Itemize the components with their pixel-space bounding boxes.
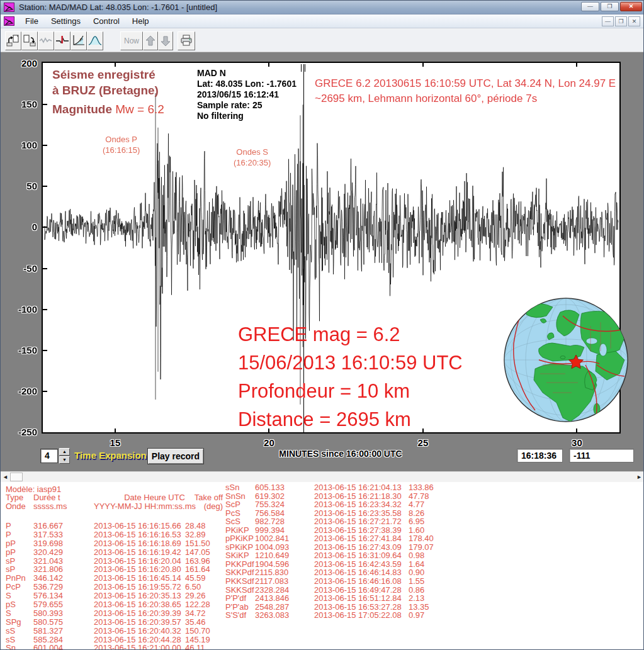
- save-record-icon: [23, 34, 37, 48]
- y-tick-label: -150: [8, 345, 37, 356]
- window-title: Station: MAD/MAD Lat: 48.035 Lon: -1.760…: [19, 3, 217, 12]
- phase-row: pS579.6552013-06-15 16:20:38.65122.28: [6, 600, 227, 609]
- close-button[interactable]: ✕: [620, 2, 642, 11]
- minimize-button[interactable]: —: [581, 2, 599, 11]
- phase-row: P317.5332013-06-15 16:16:16.5332.89: [6, 530, 227, 539]
- print-button[interactable]: [178, 31, 195, 50]
- travel-time-icon: P: [72, 34, 86, 48]
- x-tick-label: 15: [103, 437, 128, 448]
- mdi-close-button[interactable]: ✕: [628, 16, 640, 26]
- phase-row: pP320.4292013-06-15 16:16:19.42147.05: [6, 548, 227, 557]
- phase-row: Sn601.0042013-06-15 16:21:00.0046.11: [6, 644, 227, 650]
- filter-button[interactable]: [87, 31, 103, 50]
- phase-row: sP321.0432013-06-15 16:16:20.04163.96: [6, 557, 227, 566]
- phase-row: pP319.6982013-06-15 16:16:18.69151.50: [6, 539, 227, 548]
- svg-text:P: P: [80, 38, 83, 42]
- phase-row: SnSn619.3022013-06-15 16:21:18.3047.78: [225, 492, 452, 501]
- extract-record-button[interactable]: [5, 31, 21, 50]
- play-record-button[interactable]: Play record: [147, 448, 204, 464]
- pick-phase-icon: [55, 34, 69, 48]
- waveform-button[interactable]: [38, 31, 54, 50]
- cursor-time-field[interactable]: 16:18:36: [517, 449, 563, 462]
- phase-row: sP321.8062013-06-15 16:16:20.80161.64: [6, 565, 227, 574]
- scroll-up-button[interactable]: [143, 31, 158, 50]
- time-expansion-label: Time Expansion: [74, 450, 147, 461]
- scroll-right-arrow-icon[interactable]: ►: [635, 473, 643, 481]
- expansion-up-button[interactable]: ▲: [59, 448, 70, 456]
- phase-row: pPKiKP1002.8412013-06-15 16:27:41.84178.…: [225, 534, 452, 543]
- printer-icon: [179, 34, 193, 48]
- phase-table-pane: Modèle: iasp91 TypeDurée t Date Heure UT…: [1, 482, 644, 650]
- now-button[interactable]: Now: [120, 31, 143, 50]
- phase-row: P316.6672013-06-15 16:16:15.6628.48: [6, 522, 227, 530]
- restore-button[interactable]: ❐: [601, 2, 619, 11]
- filter-bell-icon: [88, 34, 102, 48]
- y-tick-label: -100: [8, 304, 37, 315]
- phase-row: S580.3932013-06-15 16:20:39.3934.72: [6, 609, 227, 618]
- phase-row: PKKSdf2117.0832013-06-15 16:46:16.081.55: [225, 577, 452, 586]
- phase-row: sS581.3272013-06-15 16:20:40.32150.70: [6, 627, 227, 636]
- mdi-restore-button[interactable]: ❐: [615, 16, 627, 26]
- expansion-down-button[interactable]: ▼: [59, 456, 70, 464]
- x-tick-label: 20: [256, 437, 281, 448]
- menu-bar: File Settings Control Help: [1, 14, 644, 28]
- waveform-icon: [39, 34, 53, 48]
- menu-file[interactable]: File: [19, 15, 45, 27]
- scroll-down-button[interactable]: [158, 31, 173, 50]
- scrollbar-thumb[interactable]: [10, 473, 23, 481]
- scroll-left-arrow-icon[interactable]: ◄: [1, 473, 9, 481]
- y-tick-label: -50: [8, 263, 37, 274]
- cursor-amplitude-field[interactable]: -111: [569, 449, 634, 462]
- phase-row: PcP536.7292013-06-15 16:19:55.726.50: [6, 583, 227, 591]
- app-icon: [4, 3, 14, 12]
- x-tick-label: 30: [564, 437, 589, 448]
- x-tick-label: 25: [410, 437, 436, 448]
- phase-row: P'P'ab2548.2872013-06-15 16:53:27.2813.3…: [225, 603, 452, 612]
- event-summary-annotation: GRECE mag = 6.2 15/06/2013 16:10:59 UTC …: [238, 320, 463, 434]
- phase-row: SPg580.5752013-06-15 16:20:39.5735.46: [6, 618, 227, 627]
- pick-phase-button[interactable]: [54, 31, 71, 50]
- phase-row: ScP755.3242013-06-15 16:23:34.324.77: [225, 500, 452, 509]
- travel-time-button[interactable]: P: [71, 31, 87, 50]
- y-tick-label: 100: [8, 140, 37, 150]
- cursor-marker: [301, 64, 305, 72]
- time-expansion-value[interactable]: 4: [40, 449, 58, 463]
- title-bar[interactable]: Station: MAD/MAD Lat: 48.035 Lon: -1.760…: [1, 1, 644, 14]
- y-tick-label: 200: [8, 58, 37, 69]
- save-record-button[interactable]: [21, 31, 38, 50]
- phase-row: S576.1342013-06-15 16:20:35.1329.26: [6, 591, 227, 600]
- p-wave-label: Ondes P(16:16:15): [103, 134, 140, 155]
- phase-row: sPKiKP1004.0932013-06-15 16:27:43.09179.…: [225, 543, 452, 552]
- menu-settings[interactable]: Settings: [45, 15, 87, 27]
- seisme-annotation: Séisme enregistré à BRUZ (Bretagne) Magn…: [52, 67, 164, 117]
- phase-row: sS585.2842013-06-15 16:20:44.28145.19: [6, 636, 227, 644]
- menu-help[interactable]: Help: [126, 15, 155, 27]
- seismogram-plot[interactable]: Séisme enregistré à BRUZ (Bretagne) Magn…: [42, 62, 621, 434]
- arrow-down-icon: [159, 35, 172, 47]
- mdi-child-icon: [4, 16, 14, 26]
- phase-row: SKKPdf2115.8302013-06-15 16:46:14.830.90: [225, 568, 452, 577]
- x-axis-title: MINUTES since 16:00:00 UTC: [252, 449, 429, 459]
- toolbar: P Now: [1, 28, 644, 52]
- globe-inset: [502, 294, 630, 425]
- phase-row: S'S'df3263.0832013-06-15 17:05:22.080.97: [225, 611, 452, 620]
- phase-table-header: TypeDurée t Date Heure UTCTake off Ondes…: [6, 493, 227, 511]
- y-tick-label: -200: [8, 386, 37, 396]
- now-label: Now: [124, 36, 139, 45]
- phase-row: PKiKP999.3942013-06-15 16:27:38.391.60: [225, 526, 452, 535]
- phase-row: sSn605.1332013-06-15 16:21:04.13133.86: [225, 483, 452, 492]
- phase-row: ScS982.7282013-06-15 16:27:21.726.95: [225, 517, 452, 526]
- event-info-annotation: GRECE 6.2 20130615 16:10:59 UTC, Lat 34.…: [315, 76, 616, 106]
- y-tick-label: 50: [8, 181, 37, 191]
- station-info-annotation: MAD N Lat: 48.035 Lon: -1.7601 2013/06/1…: [197, 68, 297, 121]
- mdi-minimize-button[interactable]: —: [602, 16, 614, 26]
- phase-row: P'P'df2413.8462013-06-15 16:51:12.842.13: [225, 594, 452, 603]
- phase-row: SKiKP1210.6492013-06-15 16:31:09.640.98: [225, 551, 452, 560]
- arrow-up-icon: [144, 35, 157, 47]
- menu-control[interactable]: Control: [87, 15, 126, 27]
- y-tick-label: 0: [8, 221, 37, 232]
- phase-row: SKKSdf2328.2842013-06-15 16:49:47.280.86: [225, 586, 452, 595]
- horizontal-scrollbar[interactable]: ◄ ►: [1, 471, 644, 482]
- y-tick-label: 150: [8, 99, 37, 109]
- y-tick-label: -250: [8, 427, 37, 437]
